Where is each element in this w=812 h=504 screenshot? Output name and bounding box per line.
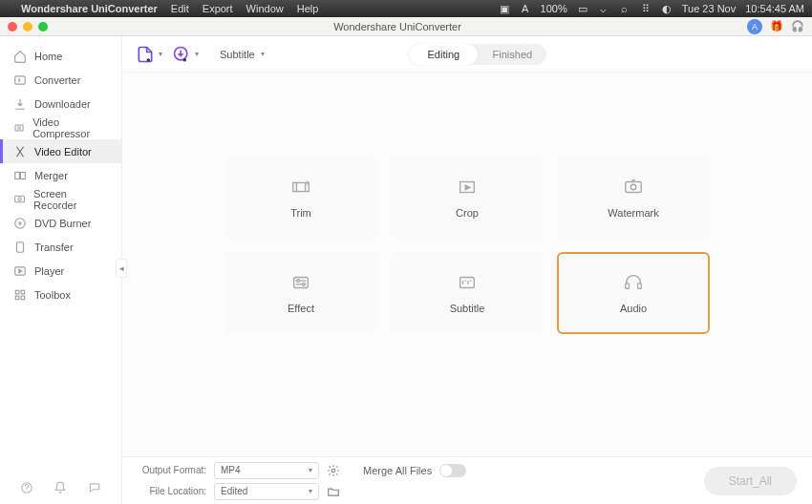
toolbar: ▾ ▾ Subtitle ▾ Editing Finished — [122, 36, 812, 73]
help-icon[interactable] — [20, 481, 33, 494]
tab-editing[interactable]: Editing — [409, 44, 478, 65]
sidebar-item-downloader[interactable]: Downloader — [0, 92, 121, 116]
effect-icon — [290, 272, 311, 293]
battery-percent: 100% — [541, 3, 567, 14]
tile-subtitle[interactable]: Subtitle — [391, 252, 544, 334]
home-icon — [13, 50, 27, 63]
svg-point-26 — [331, 469, 335, 472]
menu-window[interactable]: Window — [246, 3, 284, 14]
bell-icon[interactable] — [53, 481, 67, 494]
gift-icon[interactable]: 🎁 — [770, 20, 783, 32]
tile-audio[interactable]: Audio — [557, 252, 710, 334]
tile-crop[interactable]: Crop — [391, 157, 544, 239]
sidebar-item-label: Merger — [34, 170, 68, 181]
file-location-select[interactable]: Edited ▾ — [214, 483, 319, 500]
folder-icon[interactable] — [327, 485, 340, 498]
sidebar-item-home[interactable]: Home — [0, 44, 121, 68]
maximize-icon[interactable] — [38, 22, 48, 32]
window-titlebar: Wondershare UniConverter A 🎁 🎧 — [0, 17, 812, 36]
svg-rect-20 — [294, 278, 309, 288]
player-icon — [13, 264, 27, 278]
tile-label: Audio — [620, 303, 647, 314]
svg-point-6 — [15, 218, 26, 228]
svg-rect-13 — [21, 296, 25, 300]
menubar-app-name[interactable]: Wondershare UniConverter — [21, 3, 158, 14]
sidebar-item-label: Home — [34, 51, 62, 62]
merge-label: Merge All Files — [363, 465, 432, 476]
sidebar-item-label: Video Compressor — [32, 116, 108, 139]
menu-help[interactable]: Help — [297, 3, 319, 14]
avatar[interactable]: A — [747, 19, 762, 34]
dvd-icon — [13, 217, 27, 230]
download-videos-button[interactable]: ▾ — [172, 45, 199, 64]
menubar-date[interactable]: Tue 23 Nov — [682, 3, 736, 14]
sidebar: Home Converter Downloader Video Compress… — [0, 36, 122, 504]
menu-export[interactable]: Export — [203, 3, 233, 14]
minimize-icon[interactable] — [23, 22, 32, 32]
tile-label: Crop — [456, 207, 479, 219]
sidebar-item-transfer[interactable]: Transfer — [0, 235, 121, 259]
tab-segment: Editing Finished — [409, 44, 546, 65]
footer-bar: Output Format: MP4 ▾ Merge All Files Fil… — [122, 456, 812, 504]
sidebar-item-recorder[interactable]: Screen Recorder — [0, 187, 121, 211]
transfer-icon — [13, 241, 27, 254]
gear-icon[interactable] — [327, 464, 340, 477]
shield-icon[interactable]: ▣ — [499, 3, 510, 15]
svg-rect-2 — [15, 172, 20, 178]
svg-rect-1 — [15, 124, 23, 130]
svg-rect-4 — [15, 196, 25, 202]
traffic-lights[interactable] — [8, 22, 48, 32]
sidebar-item-dvd[interactable]: DVD Burner — [0, 211, 121, 235]
sidebar-item-converter[interactable]: Converter — [0, 68, 121, 92]
siri-icon[interactable]: ◐ — [661, 3, 673, 15]
trim-icon — [290, 177, 311, 198]
subtitle-icon — [457, 272, 478, 293]
svg-point-5 — [18, 197, 21, 200]
sidebar-item-merger[interactable]: Merger — [0, 163, 121, 187]
chevron-down-icon: ▾ — [309, 487, 312, 495]
svg-rect-3 — [21, 172, 26, 178]
menu-edit[interactable]: Edit — [171, 3, 189, 14]
sidebar-item-toolbox[interactable]: Toolbox — [0, 283, 121, 306]
feedback-icon[interactable] — [88, 481, 101, 494]
macos-menubar: Wondershare UniConverter Edit Export Win… — [0, 0, 812, 17]
subtitle-dropdown[interactable]: Subtitle ▾ — [212, 45, 272, 64]
svg-rect-25 — [638, 284, 642, 289]
crop-icon — [457, 177, 478, 198]
toolbox-icon — [13, 288, 27, 302]
output-format-label: Output Format: — [138, 465, 206, 475]
editor-icon — [13, 145, 27, 158]
search-icon[interactable]: ⌕ — [619, 3, 630, 14]
merger-icon — [13, 169, 27, 182]
tile-effect[interactable]: Effect — [224, 252, 377, 334]
menubar-time[interactable]: 10:54:45 AM — [745, 3, 804, 14]
svg-point-7 — [19, 221, 21, 223]
tab-finished[interactable]: Finished — [478, 44, 546, 65]
merge-toggle[interactable] — [439, 464, 466, 477]
lang-icon[interactable]: A — [520, 3, 531, 14]
svg-rect-11 — [21, 290, 25, 294]
add-file-button[interactable]: ▾ — [136, 45, 162, 64]
start-all-button[interactable]: Start_All — [704, 467, 797, 495]
control-center-icon[interactable]: ⠿ — [640, 3, 652, 15]
output-format-select[interactable]: MP4 ▾ — [214, 462, 319, 479]
window-title: Wondershare UniConverter — [333, 21, 461, 32]
sidebar-item-video-editor[interactable]: Video Editor — [0, 139, 121, 163]
close-icon[interactable] — [8, 22, 17, 32]
chevron-down-icon: ▾ — [309, 466, 312, 474]
sidebar-item-label: Toolbox — [34, 289, 71, 301]
output-format-value: MP4 — [221, 465, 241, 475]
sidebar-item-label: DVD Burner — [34, 218, 91, 229]
sidebar-item-compressor[interactable]: Video Compressor — [0, 116, 121, 139]
svg-point-19 — [630, 184, 636, 190]
headphones-icon[interactable]: 🎧 — [791, 20, 804, 32]
svg-rect-12 — [15, 296, 19, 300]
tile-trim[interactable]: Trim — [224, 157, 377, 239]
chevron-down-icon: ▾ — [261, 50, 265, 58]
sidebar-collapse-button[interactable]: ◂ — [116, 259, 127, 278]
add-file-icon — [136, 45, 155, 64]
wifi-icon[interactable]: ⌵ — [598, 3, 609, 15]
sidebar-item-player[interactable]: Player — [0, 259, 121, 283]
tile-watermark[interactable]: Watermark — [557, 157, 710, 239]
chevron-down-icon: ▾ — [195, 50, 199, 58]
